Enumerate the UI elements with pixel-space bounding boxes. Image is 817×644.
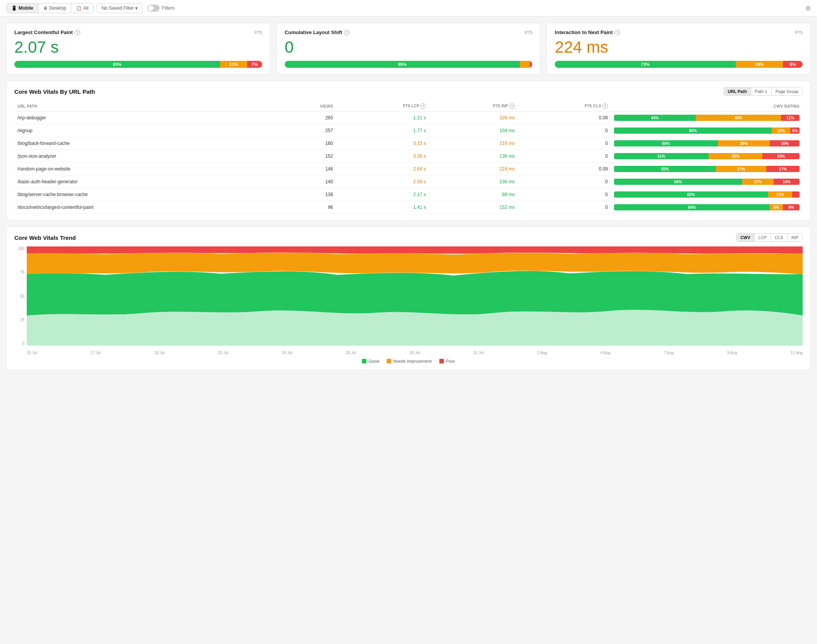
- cls-bar-red: [530, 61, 532, 68]
- x-label-12: 11 Aug: [791, 351, 803, 355]
- lcp-bar-red: 7%: [247, 61, 262, 68]
- cell-cwv: 69%17%14%: [611, 176, 803, 188]
- cell-lcp: 1.77 s: [336, 124, 429, 137]
- cell-views: 257: [275, 124, 336, 137]
- cell-path: /docs/metrics/largest-contentful-paint: [14, 201, 275, 214]
- table-header-row-el: URL PATH VIEWS P75 LCP ? P75 INP ? P75 C…: [14, 101, 803, 112]
- trend-title: Core Web Vitals Trend: [14, 234, 76, 241]
- cell-lcp: 2.17 s: [336, 188, 429, 201]
- cell-cls: 0.09: [518, 112, 611, 124]
- tab-cls[interactable]: CLS: [771, 234, 787, 241]
- cell-lcp: 3.15 s: [336, 137, 429, 150]
- cwv-table: URL PATH VIEWS P75 LCP ? P75 INP ? P75 C…: [14, 101, 803, 214]
- y-label-25: 25: [20, 318, 24, 322]
- lcp-info-icon[interactable]: ?: [75, 30, 80, 35]
- lcp-title: Largest Contentful Paint ?: [14, 29, 80, 35]
- cell-path: /json-size-analyzer: [14, 150, 275, 163]
- x-axis: 15 Jul 17 Jul 19 Jul 22 Jul 24 Jul 26 Ju…: [27, 351, 803, 355]
- tab-all[interactable]: 📋 All: [71, 3, 93, 13]
- inp-title: Interaction to Next Paint ?: [555, 29, 620, 35]
- filters-toggle-wrap: Filters: [147, 5, 175, 12]
- legend-needs-label: Needs Improvement: [393, 359, 432, 363]
- inp-col-info[interactable]: ?: [509, 103, 515, 109]
- x-label-10: 7 Aug: [664, 351, 674, 355]
- lcp-card: Largest Contentful Paint ? P75 2.07 s 83…: [6, 23, 270, 74]
- settings-icon[interactable]: ⚙: [805, 5, 811, 12]
- inp-percentile: P75: [795, 30, 803, 35]
- cell-cls: 0: [518, 137, 611, 150]
- cell-path: /random-page-on-website: [14, 163, 275, 176]
- x-label-7: 31 Jul: [473, 351, 484, 355]
- cell-views: 146: [275, 163, 336, 176]
- trend-header: Core Web Vitals Trend CWV LCP CLS INP: [14, 233, 803, 242]
- device-tab-group: 📱 Mobile 🖥 Desktop 📋 All: [6, 3, 93, 13]
- cls-info-icon[interactable]: ?: [344, 30, 349, 35]
- mobile-icon: 📱: [11, 5, 17, 11]
- cell-cls: 0.09: [518, 163, 611, 176]
- tab-url-path[interactable]: URL Path: [724, 88, 751, 95]
- saved-filter-button[interactable]: No Saved Filter ▾: [96, 3, 143, 13]
- x-label-9: 4 Aug: [600, 351, 611, 355]
- table-row: /blog/server-cache-browser-cache 138 2.1…: [14, 188, 803, 201]
- x-label-8: 2 Aug: [537, 351, 547, 355]
- x-label-0: 15 Jul: [27, 351, 37, 355]
- cls-col-info[interactable]: ?: [602, 103, 608, 109]
- cls-bar-orange: [520, 61, 530, 68]
- all-icon: 📋: [76, 5, 82, 11]
- cls-percentile: P75: [525, 30, 533, 35]
- col-views: VIEWS: [275, 101, 336, 112]
- trend-svg: [27, 246, 803, 346]
- trend-section: Core Web Vitals Trend CWV LCP CLS INP 10…: [6, 227, 811, 370]
- cell-views: 265: [275, 112, 336, 124]
- trend-chart-area: 100 75 50 25 0 15 Jul: [14, 246, 803, 355]
- legend-needs-dot: [387, 359, 391, 363]
- tab-page-group[interactable]: Page Group: [772, 88, 802, 95]
- cell-cwv: 83%13%: [611, 188, 803, 201]
- table-row: /inp-debugger 265 1.21 s 328 ms 0.09 44%…: [14, 112, 803, 124]
- table-row: /basic-auth-header-generator 140 2.59 s …: [14, 176, 803, 188]
- cell-cls: 0: [518, 201, 611, 214]
- col-cwv: CWV RATING: [611, 101, 803, 112]
- legend-poor-dot: [439, 359, 444, 363]
- tab-inp[interactable]: INP: [788, 234, 802, 241]
- col-inp: P75 INP ?: [429, 101, 518, 112]
- table-row: /random-page-on-website 146 2.64 s 224 m…: [14, 163, 803, 176]
- cell-cwv: 44%46%11%: [611, 112, 803, 124]
- legend-good: Good: [362, 359, 379, 363]
- x-label-1: 17 Jul: [91, 351, 101, 355]
- inp-bar-orange: 19%: [736, 61, 783, 68]
- cell-lcp: 1.41 s: [336, 201, 429, 214]
- inp-bar-green: 73%: [555, 61, 736, 68]
- tab-mobile[interactable]: 📱 Mobile: [7, 3, 38, 13]
- cell-cls: 0: [518, 176, 611, 188]
- table-tab-group: URL Path Path 1 Page Group: [724, 87, 803, 96]
- cell-lcp: 3.26 s: [336, 150, 429, 163]
- x-label-6: 28 Jul: [409, 351, 420, 355]
- col-cls: P75 CLS ?: [518, 101, 611, 112]
- x-label-3: 22 Jul: [218, 351, 229, 355]
- tab-cwv[interactable]: CWV: [736, 234, 755, 241]
- cls-card: Cumulative Layout Shift ? P75 0 95%: [277, 23, 541, 74]
- cell-inp: 328 ms: [429, 112, 518, 124]
- col-url-path: URL PATH: [14, 101, 275, 112]
- chart-legend: Good Needs Improvement Poor: [14, 359, 803, 363]
- cell-cwv: 51%28%20%: [611, 150, 803, 163]
- cell-inp: 152 ms: [429, 201, 518, 214]
- tab-path1[interactable]: Path 1: [751, 88, 772, 95]
- cell-path: /blog/server-cache-browser-cache: [14, 188, 275, 201]
- y-label-0: 0: [22, 341, 24, 346]
- lcp-bar-green: 83%: [14, 61, 220, 68]
- lcp-col-info[interactable]: ?: [420, 103, 426, 109]
- table-row: /signup 257 1.77 s 104 ms 0 85%10%5%: [14, 124, 803, 137]
- x-label-4: 24 Jul: [282, 351, 292, 355]
- filters-toggle[interactable]: [147, 5, 160, 12]
- cls-title: Cumulative Layout Shift ?: [285, 29, 350, 35]
- table-row: /json-size-analyzer 152 3.26 s 136 ms 0 …: [14, 150, 803, 163]
- inp-info-icon[interactable]: ?: [615, 30, 620, 35]
- cls-bar-green: 95%: [285, 61, 520, 68]
- tab-desktop[interactable]: 🖥 Desktop: [38, 3, 71, 13]
- main-content: Largest Contentful Paint ? P75 2.07 s 83…: [0, 17, 817, 376]
- cell-cls: 0: [518, 188, 611, 201]
- cell-cls: 0: [518, 150, 611, 163]
- tab-lcp[interactable]: LCP: [755, 234, 771, 241]
